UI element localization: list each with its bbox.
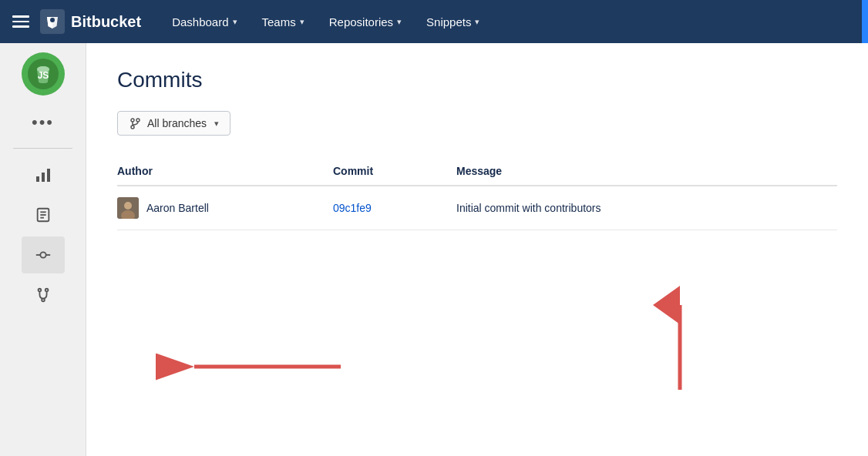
commit-icon	[35, 246, 52, 263]
hamburger-line-3	[12, 25, 29, 28]
repo-avatar-icon: JS	[23, 54, 63, 94]
notes-icon	[35, 206, 52, 223]
svg-point-1	[50, 18, 55, 22]
commits-table: Author Commit Message	[117, 157, 837, 230]
sidebar-item-stats[interactable]	[22, 156, 65, 193]
main-layout: JS •••	[0, 43, 868, 456]
sidebar-item-commits[interactable]	[22, 236, 65, 273]
svg-text:JS: JS	[37, 70, 49, 81]
col-commit: Commit	[333, 157, 456, 186]
hamburger-menu[interactable]	[12, 15, 29, 28]
main-content: Commits All branches ▾ Author Commit Mes…	[86, 43, 868, 456]
commit-hash-cell: 09c1fe9	[333, 186, 456, 230]
branch-dropdown-label: All branches	[147, 117, 207, 129]
sidebar-item-fork[interactable]	[22, 277, 65, 314]
dashboard-caret-icon: ▾	[233, 17, 237, 27]
sidebar-divider-1	[13, 148, 73, 149]
sidebar-more-options[interactable]: •••	[32, 105, 54, 140]
col-author: Author	[117, 157, 333, 186]
logo-text: Bitbucket	[71, 13, 141, 31]
commit-message-cell: Initial commit with contributors	[456, 186, 837, 230]
nav-dashboard[interactable]: Dashboard ▾	[160, 0, 249, 43]
svg-point-19	[131, 119, 134, 122]
author-avatar	[117, 197, 139, 219]
top-navigation: Bitbucket Dashboard ▾ Teams ▾ Repositori…	[0, 0, 868, 43]
snippets-caret-icon: ▾	[475, 17, 479, 27]
teams-caret-icon: ▾	[300, 17, 304, 27]
arrow-up-indicator	[657, 297, 703, 397]
nav-teams[interactable]: Teams ▾	[250, 0, 317, 43]
nav-snippets[interactable]: Snippets ▾	[414, 0, 492, 43]
commit-hash-link[interactable]: 09c1fe9	[333, 202, 372, 214]
svg-point-24	[124, 202, 132, 210]
sidebar-item-notes[interactable]	[22, 196, 65, 233]
fork-icon	[35, 287, 52, 303]
branch-dropdown-button[interactable]: All branches ▾	[117, 111, 230, 136]
svg-rect-8	[47, 169, 50, 182]
branch-icon	[129, 117, 141, 129]
table-header-row: Author Commit Message	[117, 157, 837, 186]
svg-point-16	[38, 289, 41, 292]
arrow-left-indicator	[187, 344, 356, 390]
svg-point-13	[40, 252, 45, 257]
svg-point-17	[45, 289, 48, 292]
repositories-label: Repositories	[329, 15, 393, 28]
svg-point-20	[131, 126, 134, 129]
svg-rect-7	[42, 173, 45, 182]
hamburger-line-2	[12, 21, 29, 23]
sidebar: JS •••	[0, 43, 86, 456]
hamburger-line-1	[12, 15, 29, 18]
repositories-caret-icon: ▾	[397, 17, 402, 27]
nav-right-accent	[862, 0, 868, 43]
table-row: Aaron Bartell 09c1fe9 Initial commit wit…	[117, 186, 837, 230]
svg-point-21	[136, 119, 140, 122]
bitbucket-logo[interactable]: Bitbucket	[40, 9, 141, 34]
nav-repositories[interactable]: Repositories ▾	[317, 0, 414, 43]
author-avatar-img	[117, 197, 139, 219]
repo-avatar[interactable]: JS	[22, 52, 65, 96]
dashboard-label: Dashboard	[172, 15, 228, 28]
snippets-label: Snippets	[426, 15, 471, 28]
svg-rect-6	[36, 176, 39, 182]
col-message: Message	[456, 157, 837, 186]
teams-label: Teams	[262, 15, 296, 28]
stats-bar-icon	[34, 166, 52, 184]
branch-caret-icon: ▾	[214, 119, 219, 129]
author-cell: Aaron Bartell	[117, 186, 333, 230]
page-title: Commits	[117, 68, 837, 92]
author-name: Aaron Bartell	[146, 202, 209, 214]
bitbucket-logo-icon	[40, 9, 65, 34]
